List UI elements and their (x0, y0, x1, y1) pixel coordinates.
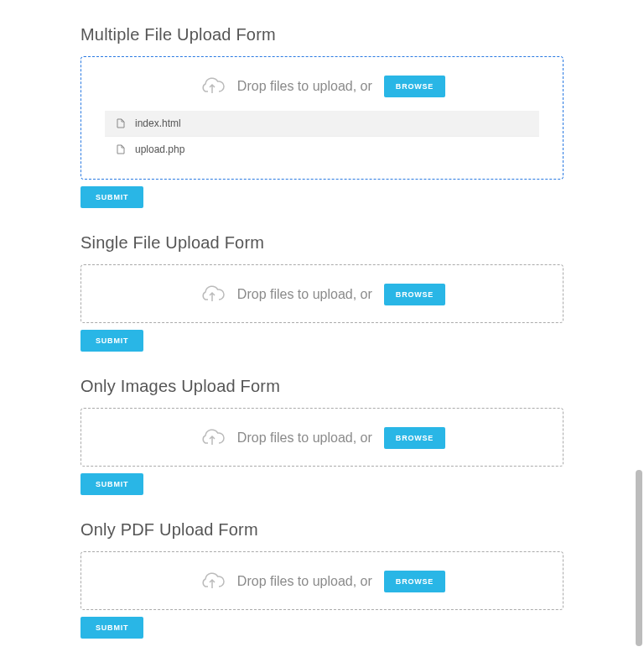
multiple-file-upload-form: Multiple File Upload Form Drop files to … (80, 25, 564, 208)
dropzone[interactable]: Drop files to upload, or BROWSE (80, 551, 564, 610)
form-title: Single File Upload Form (80, 233, 564, 253)
cloud-upload-icon (199, 428, 226, 448)
dropzone[interactable]: Drop files to upload, or BROWSE (80, 264, 564, 323)
file-list: index.html upload.php (105, 111, 539, 162)
form-title: Multiple File Upload Form (80, 25, 564, 44)
file-name: index.html (135, 117, 181, 129)
dropzone-text: Drop files to upload, or (237, 287, 372, 302)
dropzone-inner: Drop files to upload, or BROWSE (105, 284, 539, 305)
file-icon (117, 144, 125, 154)
dropzone-inner: Drop files to upload, or BROWSE (105, 571, 539, 592)
submit-button[interactable]: SUBMIT (80, 330, 143, 352)
cloud-upload-icon (199, 284, 226, 305)
cloud-upload-icon (199, 76, 226, 96)
browse-button[interactable]: BROWSE (384, 284, 445, 305)
form-title: Only Images Upload Form (80, 377, 564, 396)
browse-button[interactable]: BROWSE (384, 427, 445, 449)
submit-button[interactable]: SUBMIT (80, 186, 143, 208)
dropzone[interactable]: Drop files to upload, or BROWSE (80, 408, 564, 467)
file-icon (117, 118, 125, 128)
file-item[interactable]: upload.php (105, 137, 539, 162)
browse-button[interactable]: BROWSE (384, 76, 445, 97)
browse-button[interactable]: BROWSE (384, 571, 445, 592)
dropzone-inner: Drop files to upload, or BROWSE (105, 427, 539, 449)
form-title: Only PDF Upload Form (80, 520, 564, 540)
file-item[interactable]: index.html (105, 111, 539, 137)
dropzone-text: Drop files to upload, or (237, 430, 372, 446)
scrollbar-thumb[interactable] (636, 470, 642, 646)
file-name: upload.php (135, 143, 184, 155)
dropzone-text: Drop files to upload, or (237, 574, 372, 589)
submit-button[interactable]: SUBMIT (80, 617, 143, 639)
single-file-upload-form: Single File Upload Form Drop files to up… (80, 233, 564, 352)
cloud-upload-icon (199, 571, 226, 592)
images-only-upload-form: Only Images Upload Form Drop files to up… (80, 377, 564, 495)
dropzone[interactable]: Drop files to upload, or BROWSE index.ht… (80, 56, 564, 180)
submit-button[interactable]: SUBMIT (80, 473, 143, 495)
dropzone-text: Drop files to upload, or (237, 79, 372, 94)
pdf-only-upload-form: Only PDF Upload Form Drop files to uploa… (80, 520, 564, 639)
dropzone-inner: Drop files to upload, or BROWSE (105, 76, 539, 97)
